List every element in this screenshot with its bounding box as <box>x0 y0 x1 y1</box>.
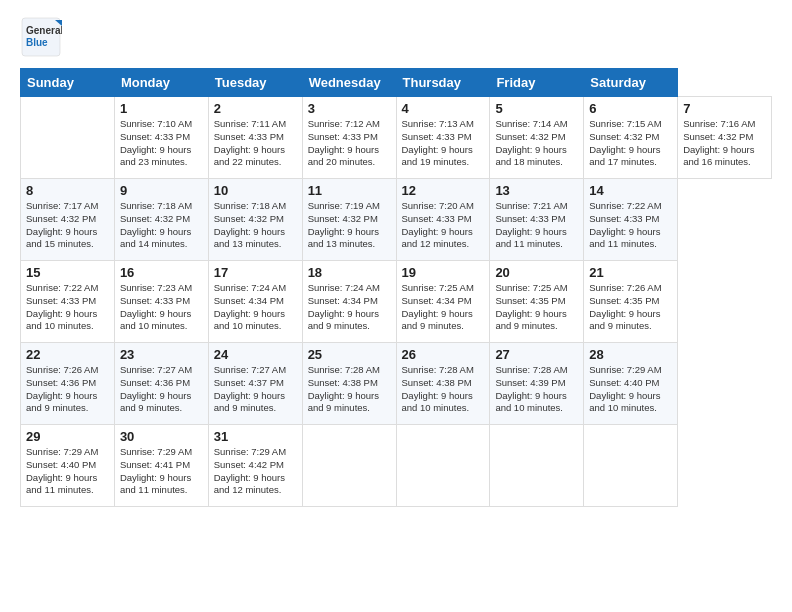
calendar-cell: 4Sunrise: 7:13 AMSunset: 4:33 PMDaylight… <box>396 97 490 179</box>
day-header-thursday: Thursday <box>396 69 490 97</box>
cell-info: Sunrise: 7:28 AMSunset: 4:39 PMDaylight:… <box>495 364 567 413</box>
cell-info: Sunrise: 7:14 AMSunset: 4:32 PMDaylight:… <box>495 118 567 167</box>
calendar-cell: 7Sunrise: 7:16 AMSunset: 4:32 PMDaylight… <box>678 97 772 179</box>
cell-info: Sunrise: 7:28 AMSunset: 4:38 PMDaylight:… <box>402 364 474 413</box>
calendar-cell: 31Sunrise: 7:29 AMSunset: 4:42 PMDayligh… <box>208 425 302 507</box>
cell-info: Sunrise: 7:27 AMSunset: 4:37 PMDaylight:… <box>214 364 286 413</box>
cell-info: Sunrise: 7:27 AMSunset: 4:36 PMDaylight:… <box>120 364 192 413</box>
day-number: 14 <box>589 183 672 198</box>
day-number: 4 <box>402 101 485 116</box>
day-number: 2 <box>214 101 297 116</box>
cell-info: Sunrise: 7:25 AMSunset: 4:34 PMDaylight:… <box>402 282 474 331</box>
day-number: 3 <box>308 101 391 116</box>
calendar-cell <box>490 425 584 507</box>
calendar-cell: 15Sunrise: 7:22 AMSunset: 4:33 PMDayligh… <box>21 261 115 343</box>
day-number: 12 <box>402 183 485 198</box>
calendar-cell: 29Sunrise: 7:29 AMSunset: 4:40 PMDayligh… <box>21 425 115 507</box>
logo: General Blue <box>20 16 62 58</box>
calendar-cell: 16Sunrise: 7:23 AMSunset: 4:33 PMDayligh… <box>114 261 208 343</box>
calendar-cell: 9Sunrise: 7:18 AMSunset: 4:32 PMDaylight… <box>114 179 208 261</box>
calendar-cell: 5Sunrise: 7:14 AMSunset: 4:32 PMDaylight… <box>490 97 584 179</box>
day-number: 27 <box>495 347 578 362</box>
logo-svg: General Blue <box>20 16 62 58</box>
day-number: 7 <box>683 101 766 116</box>
day-number: 24 <box>214 347 297 362</box>
calendar-cell: 30Sunrise: 7:29 AMSunset: 4:41 PMDayligh… <box>114 425 208 507</box>
day-number: 26 <box>402 347 485 362</box>
day-number: 28 <box>589 347 672 362</box>
day-number: 8 <box>26 183 109 198</box>
calendar-cell <box>584 425 678 507</box>
week-row-4: 22Sunrise: 7:26 AMSunset: 4:36 PMDayligh… <box>21 343 772 425</box>
cell-info: Sunrise: 7:12 AMSunset: 4:33 PMDaylight:… <box>308 118 380 167</box>
calendar-cell <box>21 97 115 179</box>
header: General Blue <box>20 16 772 58</box>
day-header-monday: Monday <box>114 69 208 97</box>
cell-info: Sunrise: 7:18 AMSunset: 4:32 PMDaylight:… <box>120 200 192 249</box>
cell-info: Sunrise: 7:29 AMSunset: 4:41 PMDaylight:… <box>120 446 192 495</box>
calendar-cell <box>302 425 396 507</box>
calendar-cell: 25Sunrise: 7:28 AMSunset: 4:38 PMDayligh… <box>302 343 396 425</box>
cell-info: Sunrise: 7:15 AMSunset: 4:32 PMDaylight:… <box>589 118 661 167</box>
week-row-2: 8Sunrise: 7:17 AMSunset: 4:32 PMDaylight… <box>21 179 772 261</box>
cell-info: Sunrise: 7:28 AMSunset: 4:38 PMDaylight:… <box>308 364 380 413</box>
calendar-cell: 11Sunrise: 7:19 AMSunset: 4:32 PMDayligh… <box>302 179 396 261</box>
cell-info: Sunrise: 7:16 AMSunset: 4:32 PMDaylight:… <box>683 118 755 167</box>
svg-text:General: General <box>26 25 62 36</box>
cell-info: Sunrise: 7:29 AMSunset: 4:40 PMDaylight:… <box>589 364 661 413</box>
calendar-cell: 10Sunrise: 7:18 AMSunset: 4:32 PMDayligh… <box>208 179 302 261</box>
cell-info: Sunrise: 7:18 AMSunset: 4:32 PMDaylight:… <box>214 200 286 249</box>
day-number: 18 <box>308 265 391 280</box>
day-number: 31 <box>214 429 297 444</box>
day-number: 10 <box>214 183 297 198</box>
cell-info: Sunrise: 7:22 AMSunset: 4:33 PMDaylight:… <box>589 200 661 249</box>
day-number: 21 <box>589 265 672 280</box>
calendar-cell: 20Sunrise: 7:25 AMSunset: 4:35 PMDayligh… <box>490 261 584 343</box>
day-number: 30 <box>120 429 203 444</box>
day-number: 22 <box>26 347 109 362</box>
day-number: 1 <box>120 101 203 116</box>
calendar-cell: 13Sunrise: 7:21 AMSunset: 4:33 PMDayligh… <box>490 179 584 261</box>
cell-info: Sunrise: 7:24 AMSunset: 4:34 PMDaylight:… <box>214 282 286 331</box>
cell-info: Sunrise: 7:25 AMSunset: 4:35 PMDaylight:… <box>495 282 567 331</box>
cell-info: Sunrise: 7:23 AMSunset: 4:33 PMDaylight:… <box>120 282 192 331</box>
day-number: 15 <box>26 265 109 280</box>
calendar-cell: 28Sunrise: 7:29 AMSunset: 4:40 PMDayligh… <box>584 343 678 425</box>
cell-info: Sunrise: 7:20 AMSunset: 4:33 PMDaylight:… <box>402 200 474 249</box>
day-number: 5 <box>495 101 578 116</box>
day-number: 13 <box>495 183 578 198</box>
calendar-cell: 14Sunrise: 7:22 AMSunset: 4:33 PMDayligh… <box>584 179 678 261</box>
cell-info: Sunrise: 7:26 AMSunset: 4:35 PMDaylight:… <box>589 282 661 331</box>
cell-info: Sunrise: 7:13 AMSunset: 4:33 PMDaylight:… <box>402 118 474 167</box>
day-number: 25 <box>308 347 391 362</box>
day-number: 6 <box>589 101 672 116</box>
cell-info: Sunrise: 7:22 AMSunset: 4:33 PMDaylight:… <box>26 282 98 331</box>
calendar-cell: 19Sunrise: 7:25 AMSunset: 4:34 PMDayligh… <box>396 261 490 343</box>
cell-info: Sunrise: 7:11 AMSunset: 4:33 PMDaylight:… <box>214 118 286 167</box>
calendar-cell: 18Sunrise: 7:24 AMSunset: 4:34 PMDayligh… <box>302 261 396 343</box>
calendar-cell: 3Sunrise: 7:12 AMSunset: 4:33 PMDaylight… <box>302 97 396 179</box>
day-number: 9 <box>120 183 203 198</box>
cell-info: Sunrise: 7:29 AMSunset: 4:42 PMDaylight:… <box>214 446 286 495</box>
day-number: 29 <box>26 429 109 444</box>
cell-info: Sunrise: 7:17 AMSunset: 4:32 PMDaylight:… <box>26 200 98 249</box>
week-row-3: 15Sunrise: 7:22 AMSunset: 4:33 PMDayligh… <box>21 261 772 343</box>
cell-info: Sunrise: 7:10 AMSunset: 4:33 PMDaylight:… <box>120 118 192 167</box>
calendar-cell: 12Sunrise: 7:20 AMSunset: 4:33 PMDayligh… <box>396 179 490 261</box>
calendar-cell: 8Sunrise: 7:17 AMSunset: 4:32 PMDaylight… <box>21 179 115 261</box>
calendar-cell: 2Sunrise: 7:11 AMSunset: 4:33 PMDaylight… <box>208 97 302 179</box>
day-number: 19 <box>402 265 485 280</box>
cell-info: Sunrise: 7:29 AMSunset: 4:40 PMDaylight:… <box>26 446 98 495</box>
week-row-1: 1Sunrise: 7:10 AMSunset: 4:33 PMDaylight… <box>21 97 772 179</box>
cell-info: Sunrise: 7:24 AMSunset: 4:34 PMDaylight:… <box>308 282 380 331</box>
svg-text:Blue: Blue <box>26 37 48 48</box>
day-header-friday: Friday <box>490 69 584 97</box>
week-row-5: 29Sunrise: 7:29 AMSunset: 4:40 PMDayligh… <box>21 425 772 507</box>
calendar-cell <box>396 425 490 507</box>
day-header-sunday: Sunday <box>21 69 115 97</box>
day-number: 11 <box>308 183 391 198</box>
cell-info: Sunrise: 7:19 AMSunset: 4:32 PMDaylight:… <box>308 200 380 249</box>
day-header-wednesday: Wednesday <box>302 69 396 97</box>
calendar-cell: 17Sunrise: 7:24 AMSunset: 4:34 PMDayligh… <box>208 261 302 343</box>
calendar-cell: 21Sunrise: 7:26 AMSunset: 4:35 PMDayligh… <box>584 261 678 343</box>
